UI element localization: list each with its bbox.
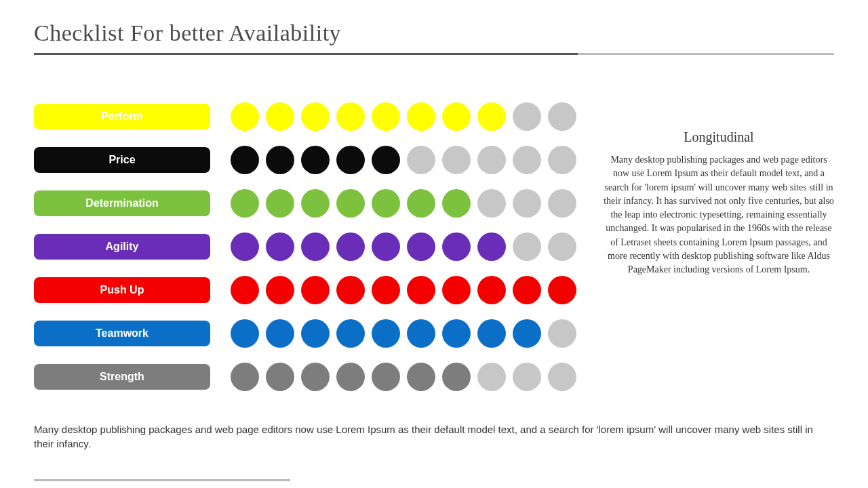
dot-filled xyxy=(477,276,506,304)
chart-row: Determination xyxy=(34,189,583,218)
dot-filled xyxy=(442,189,471,218)
dot-filled xyxy=(301,232,330,261)
dot-filled xyxy=(266,319,294,348)
dot-filled xyxy=(336,363,365,391)
dot-filled xyxy=(336,189,365,218)
dot-row xyxy=(231,363,576,391)
dot-filled xyxy=(266,232,294,261)
dot-filled xyxy=(266,146,294,174)
dot-filled xyxy=(442,232,471,261)
dot-filled xyxy=(513,319,541,348)
footer-text: Many desktop publishing packages and web… xyxy=(34,422,814,451)
dot-filled xyxy=(231,102,259,131)
chart-row: Price xyxy=(34,146,583,174)
dot-filled xyxy=(266,189,294,218)
dot-filled xyxy=(372,146,400,174)
dot-filled xyxy=(336,276,365,304)
dot-empty xyxy=(513,363,541,391)
chart-row: Perform xyxy=(34,102,583,131)
dot-filled xyxy=(336,146,365,174)
sidebar: Longitudinal Many desktop publishing pac… xyxy=(604,102,834,406)
dot-filled xyxy=(301,102,330,131)
category-pill: Push Up xyxy=(34,277,210,303)
dot-filled xyxy=(372,102,400,131)
dot-empty xyxy=(548,102,576,131)
dot-row xyxy=(231,319,576,348)
dot-empty xyxy=(442,146,471,174)
title-divider xyxy=(34,53,834,55)
dot-empty xyxy=(548,363,576,391)
dot-filled xyxy=(548,276,576,304)
dot-filled xyxy=(407,276,435,304)
content-area: PerformPriceDeterminationAgilityPush UpT… xyxy=(34,102,834,406)
dot-filled xyxy=(442,276,471,304)
dot-empty xyxy=(477,189,506,218)
dot-filled xyxy=(407,363,435,391)
dot-filled xyxy=(301,276,330,304)
dot-filled xyxy=(372,319,400,348)
dot-filled xyxy=(407,319,435,348)
dot-row xyxy=(231,102,576,131)
category-pill: Teamwork xyxy=(34,321,210,346)
dot-filled xyxy=(336,102,365,131)
dot-filled xyxy=(301,363,330,391)
category-pill: Agility xyxy=(34,234,210,260)
dot-row xyxy=(231,276,576,304)
dot-filled xyxy=(301,189,330,218)
bottom-divider xyxy=(34,479,834,481)
dot-filled xyxy=(477,102,506,131)
dot-filled xyxy=(231,189,259,218)
dot-empty xyxy=(477,146,506,174)
dot-filled xyxy=(372,363,400,391)
dot-filled xyxy=(336,319,365,348)
dot-empty xyxy=(513,102,541,131)
dot-filled xyxy=(266,363,294,391)
chart-row: Push Up xyxy=(34,276,583,304)
dot-filled xyxy=(407,189,435,218)
dot-empty xyxy=(513,232,541,261)
dot-filled xyxy=(231,232,259,261)
sidebar-body: Many desktop publishing packages and web… xyxy=(604,153,834,277)
dot-filled xyxy=(372,189,400,218)
dot-filled xyxy=(266,102,294,131)
dot-filled xyxy=(231,276,259,304)
category-pill: Strength xyxy=(34,364,210,390)
page-title: Checklist For better Availability xyxy=(34,20,834,46)
dot-filled xyxy=(477,232,506,261)
dot-filled xyxy=(301,319,330,348)
dot-empty xyxy=(548,319,576,348)
dot-filled xyxy=(336,232,365,261)
dot-filled xyxy=(407,232,435,261)
dot-filled xyxy=(372,276,400,304)
dot-row xyxy=(231,189,576,218)
dot-empty xyxy=(407,146,435,174)
dot-filled xyxy=(442,319,471,348)
dot-filled xyxy=(477,319,506,348)
dot-filled xyxy=(231,363,259,391)
category-pill: Perform xyxy=(34,104,210,129)
dot-empty xyxy=(548,189,576,218)
dot-filled xyxy=(442,363,471,391)
dot-empty xyxy=(548,232,576,261)
dot-row xyxy=(231,146,576,174)
dot-empty xyxy=(548,146,576,174)
chart-row: Teamwork xyxy=(34,319,583,348)
dot-filled xyxy=(513,276,541,304)
dot-filled xyxy=(372,232,400,261)
dot-filled xyxy=(266,276,294,304)
dot-filled xyxy=(231,146,259,174)
dot-empty xyxy=(477,363,506,391)
dot-filled xyxy=(407,102,435,131)
chart-row: Agility xyxy=(34,232,583,261)
category-pill: Price xyxy=(34,147,210,173)
sidebar-title: Longitudinal xyxy=(604,129,834,145)
dot-chart: PerformPriceDeterminationAgilityPush UpT… xyxy=(34,102,583,406)
dot-filled xyxy=(231,319,259,348)
dot-filled xyxy=(301,146,330,174)
category-pill: Determination xyxy=(34,190,210,216)
dot-empty xyxy=(513,189,541,218)
dot-row xyxy=(231,232,576,261)
dot-empty xyxy=(513,146,541,174)
chart-row: Strength xyxy=(34,363,583,391)
dot-filled xyxy=(442,102,471,131)
